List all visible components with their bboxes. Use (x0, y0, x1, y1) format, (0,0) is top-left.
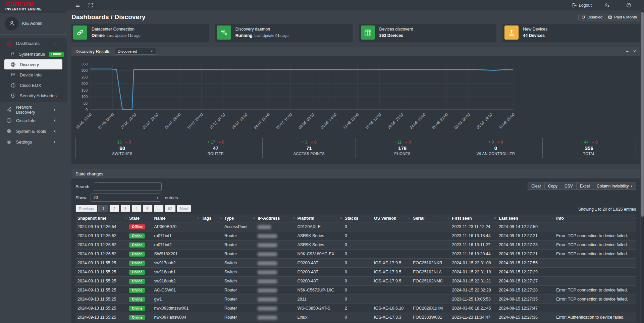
page-button--[interactable]: ... (154, 205, 164, 212)
svg-text:02.08. 03:00: 02.08. 03:00 (298, 112, 315, 130)
logout-button[interactable]: Logout (572, 3, 592, 8)
cell-serial: FOC2029X1HM (411, 304, 450, 313)
scrollbar-thumb[interactable] (641, 12, 644, 217)
export-button-excel[interactable]: Excel (577, 182, 593, 190)
column-header-platform[interactable]: Platform↑↓ (296, 214, 343, 222)
cell-name: SW918X201 (152, 250, 200, 259)
tree-icon (10, 72, 16, 77)
sidebar-item-security-advisories[interactable]: Security Advisories (4, 91, 62, 101)
column-header-label: Snapshot time (77, 216, 106, 221)
sidebar-item-device-info[interactable]: Device Info (4, 70, 62, 80)
column-header-tags[interactable]: Tags↑↓ (200, 214, 222, 222)
sidebar-item-dashboards[interactable]: Dashboards (0, 38, 67, 49)
time-range-button[interactable]: Past 6 Month (605, 14, 640, 20)
cell-stacks: 0 (343, 231, 372, 240)
sidebar-item-cisco-info[interactable]: Cisco Info (0, 115, 67, 126)
column-header-serial[interactable]: Serial↑↓ (411, 214, 450, 222)
sidebar-item-network-discovery[interactable]: Network Discovery (0, 104, 67, 115)
sidebar-item-system-tools[interactable]: System & Tools (0, 126, 67, 137)
cell-name: AC-CSW01 (152, 286, 200, 295)
link-icon (73, 25, 87, 40)
entries-label: entries (165, 195, 178, 200)
state-badge: Online (129, 233, 145, 238)
status-card: Datacenter ConnectionOnline, Last Update… (71, 24, 209, 41)
search-group: Search: (75, 182, 162, 191)
cell-info (554, 259, 636, 268)
card-title: Devices discoverd (379, 26, 413, 33)
page-button-next[interactable]: Next (177, 205, 192, 212)
page-length-select[interactable]: 20 ▴▾ (91, 194, 161, 202)
chart-line-discovered (90, 69, 513, 109)
minimize-icon[interactable]: − (626, 49, 629, 54)
sidebar-item-discovery[interactable]: Discovery (4, 59, 62, 69)
show-entries-row: Show 20 ▴▾ entries (75, 194, 636, 202)
cell-os-version: IOS-XE-17.9.5 (372, 277, 411, 286)
column-header-first-seen[interactable]: First seen↑↓ (450, 214, 497, 222)
column-header-ip-address[interactable]: IP-Address↑↓ (256, 214, 295, 222)
expand-icon[interactable] (84, 0, 97, 10)
export-button-copy[interactable]: Copy (545, 182, 561, 190)
cell-stacks: 0 (343, 313, 372, 322)
card-status-line: Online, Last Update 11s ago (92, 33, 141, 39)
cell-name: r060fwm11 (152, 322, 200, 323)
cell-last-seen: 2024-09-15 12:27:36 (497, 313, 554, 322)
page-button-4[interactable]: 4 (131, 205, 142, 212)
cell-type: AccessPoint (222, 222, 256, 231)
info-circle-icon (6, 118, 12, 123)
cell-stacks: 0 (343, 250, 372, 259)
state-badge: Online (129, 279, 145, 284)
close-icon[interactable]: × (633, 49, 636, 54)
hamburger-menu-icon[interactable] (71, 0, 84, 10)
sidebar-item-settings[interactable]: Settings (0, 137, 67, 147)
sidebar-item-cisco-eox[interactable]: Cisco EOX (4, 80, 62, 90)
page-button-2[interactable]: 2 (109, 205, 119, 212)
column-header-info[interactable]: Info↑↓ (554, 214, 636, 222)
export-button-clear[interactable]: Clear (528, 182, 545, 190)
cell-snapshot-time: 2024-09-13 11:55:25 (75, 268, 127, 277)
user-settings-icon[interactable] (600, 3, 613, 8)
export-button-csv[interactable]: CSV (561, 182, 577, 190)
card-text: Devices discoverd363 Devices (379, 26, 413, 39)
cell-info (554, 304, 636, 313)
discovery-filter-select[interactable]: Discovered ▼ (115, 48, 156, 55)
export-button-column-invisibility[interactable]: Column invisibility▾ (593, 182, 636, 190)
chart-gridlines (90, 64, 513, 110)
exclamation-circle-icon (10, 83, 16, 88)
cell-stacks: 2 (343, 304, 372, 313)
page-scrollbar[interactable] (641, 10, 644, 323)
cell-type: Router (222, 240, 256, 250)
page-button-3[interactable]: 3 (120, 205, 130, 212)
discovery-panel-title: Discovery Results (75, 49, 110, 54)
cell-last-seen: 2024-09-15 12:27:28 (497, 286, 554, 295)
column-header-last-seen[interactable]: Last seen↑↓ (497, 214, 554, 222)
column-header-state[interactable]: State↑↓ (127, 214, 152, 222)
page-button-92[interactable]: 92 (165, 205, 176, 212)
cell-first-seen: 2024-01-15 22:32:28 (450, 286, 497, 295)
minimize-icon[interactable]: − (633, 171, 636, 176)
help-icon[interactable] (622, 3, 635, 8)
cell-serial (411, 240, 450, 250)
time-range-label: Past 6 Month (614, 15, 637, 19)
svg-text:15.08. 12:00: 15.08. 12:00 (364, 112, 382, 130)
column-header-stacks[interactable]: Stacks↑↓ (343, 214, 372, 222)
cell-platform: N9K-C93180YC-EX (296, 250, 343, 259)
brand-name: CANCOM (5, 1, 67, 7)
user-profile[interactable]: KIE Admin (0, 13, 67, 34)
refresh-disabled-button[interactable]: Disabled (578, 14, 605, 20)
stat-phones: + 11− 0178PHONES (356, 138, 449, 158)
column-header-label: Platform (298, 216, 315, 221)
page-button-5[interactable]: 5 (143, 205, 153, 212)
column-header-os-version[interactable]: OS Version↑↓ (372, 214, 411, 222)
column-header-name[interactable]: Name↑↓ (152, 214, 200, 222)
search-input[interactable] (94, 182, 162, 191)
column-header-snapshot-time[interactable]: Snapshot time↑↓ (75, 214, 127, 222)
stat-count: 60 (76, 145, 169, 151)
sidebar-item-systemstatus[interactable]: SystemstatusOnline (4, 49, 62, 59)
column-header-type[interactable]: Type↑↓ (222, 214, 256, 222)
stat-removed: − 0 (125, 140, 131, 145)
page-button-1[interactable]: 1 (98, 205, 108, 212)
page-button-previous[interactable]: Previous (75, 205, 97, 212)
pagination: Previous12345...92Next (75, 205, 192, 212)
gears-icon (217, 25, 231, 40)
cell-stacks: 0 (343, 295, 372, 304)
